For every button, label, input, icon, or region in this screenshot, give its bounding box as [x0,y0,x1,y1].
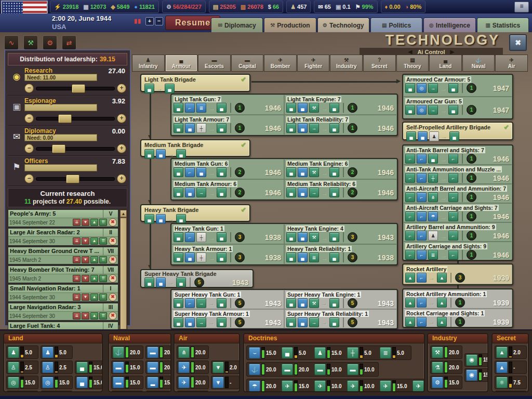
overview-chip[interactable]: ≣5.0 [380,347,409,358]
tech-armoured-car-armour-5[interactable]: Armoured Car Armour: 5▄◎→→▄11947 [403,75,512,97]
cancel-research-button[interactable]: ✖ [109,312,117,320]
tech-tab-secret[interactable]: ?Secret [363,55,396,72]
slider-minus-button[interactable]: − [24,174,34,183]
overview-chip[interactable]: ♟5.0 [41,345,73,359]
overview-chip[interactable]: ⌐15.0 [6,391,38,392]
priority-bottom-button[interactable]: ⇊ [73,237,81,245]
tech-medium-tank-reliability-6[interactable]: Medium Tank Reliability: 6▄▄→→▄21946 [284,179,397,200]
overview-chip[interactable]: ▬20.0 [282,364,311,375]
priority-bottom-button[interactable]: ⇊ [73,275,81,282]
radio-button[interactable]: ∿ [4,35,19,50]
slider-plus-button[interactable]: + [117,84,126,93]
priority-top-button[interactable]: ⇈ [99,312,107,320]
tech-anti-aircraft-barrel-and-ammunition-7[interactable]: Anti-Aircraft Barrel and Ammunition: 7⌐⌐… [403,184,512,203]
overview-chip[interactable]: ⚗20.0 [430,361,462,374]
tab-intelligence[interactable]: ◎Intelligence [423,18,475,32]
overview-chip[interactable]: ▬10.0 [347,364,376,375]
overview-chip[interactable]: ▼2.0 [211,361,240,374]
priority-down-button[interactable]: ▼ [82,237,89,245]
priority-bottom-button[interactable]: ⇊ [73,294,81,301]
overview-chip[interactable]: ✈10.0 [314,380,343,392]
scrollbar-thumb[interactable] [120,218,127,329]
overview-chip[interactable]: ♟15.0 [314,347,343,358]
slider-handle[interactable] [52,144,65,153]
tech-rocket-artillery[interactable]: Rocket Artillery▲⌐→▲31939 [403,264,512,284]
cancel-research-button[interactable]: ✖ [109,256,117,264]
slider-handle[interactable] [72,84,85,93]
overview-chip[interactable]: ◉15.0 [464,368,488,382]
priority-up-button[interactable]: ▲ [90,219,98,226]
tech-tab-industry[interactable]: ⚒Industry [330,55,363,72]
tech-light-tank-reliability-7[interactable]: Light Tank Reliability: 7▄▄→→▄11946 [284,115,397,135]
tech-heavy-tank-reliability-1[interactable]: Heavy Tank Reliability: 1▄▄≣→▄31938 [284,244,397,264]
brigade-light-tank-brigade[interactable]: Light Tank Brigade✔▄→▄ [140,74,250,92]
overview-chip[interactable]: ✈15.0 [282,380,311,392]
overview-chip[interactable]: ⚙15.0 [430,376,462,389]
tab-statistics[interactable]: ▥Statistics [477,18,529,32]
priority-top-button[interactable]: ⇈ [99,219,107,226]
cancel-research-button[interactable]: ✖ [109,237,117,245]
ai-control-prev-icon[interactable]: ◀ [408,49,413,55]
priority-up-button[interactable]: ▲ [90,237,98,245]
priority-down-button[interactable]: ▼ [82,294,89,301]
overview-chip[interactable]: ⌐15.0 [41,391,73,392]
priority-up-button[interactable]: ▲ [90,312,98,320]
tech-light-tank-gun-7[interactable]: Light Tank Gun: 7▄⌐≣→▄11946 [171,95,284,115]
priority-up-button[interactable]: ▲ [90,256,98,263]
tech-anti-tank-barrel-and-sights-7[interactable]: Anti-Tank Barrel and Sights: 7⌐⌐▄→⌐11946 [403,145,512,165]
overview-chip[interactable]: ♙2.5 [41,361,73,374]
tech-rocket-carriage-and-sights-1[interactable]: Rocket Carriage and Sights: 1▲⌐→▲11939 [403,309,512,328]
overview-chip[interactable]: ⌣15.0 [249,347,278,358]
tab-diplomacy[interactable]: ✉Diplomacy [211,18,263,32]
overview-chip[interactable]: ⚒20.0 [430,345,462,359]
tech-anti-aircraft-carriage-and-sights-7[interactable]: Anti-Aircraft Carriage and Sights: 7⌐⌐☂→… [403,203,512,222]
overview-chip[interactable]: ♙2.5 [6,361,38,374]
ledger-menu-button[interactable]: ≡ [514,2,529,12]
tech-heavy-tank-armour-1[interactable]: Heavy Tank Armour: 1▄▄┼→▄31938 [171,244,284,264]
priority-down-button[interactable]: ▼ [82,312,89,320]
trade-button[interactable]: ⇄ [62,35,76,50]
scroll-up-icon[interactable]: ▲ [120,210,127,217]
overview-chip[interactable]: ◎15.0 [41,376,73,389]
tech-super-heavy-tank-reliability-1[interactable]: Super Heavy Tank Reliability: 1▄▄→→▄5194… [284,309,397,328]
tech-anti-tank-ammunition-and-muzzle[interactable]: Anti-Tank Ammunition and Muzzle ...⌐⌐┼→⌐… [403,165,512,184]
tab-technology[interactable]: ⚙Technology [317,18,369,32]
speed-down-button[interactable]: − [155,17,163,25]
overview-chip[interactable]: ▂15.0 [145,391,171,392]
priority-up-button[interactable]: ▲ [90,275,98,282]
tech-tab-bomber[interactable]: ✈Bomber [264,55,297,72]
overview-chip[interactable]: ✈20.0 [177,361,209,374]
priority-top-button[interactable]: ⇈ [99,256,107,263]
overview-chip[interactable]: ✈10.0 [347,380,376,392]
cancel-research-button[interactable]: ✖ [109,218,117,227]
slider-minus-button[interactable]: − [24,114,34,123]
tech-tab-escorts[interactable]: ▬Escorts [198,55,231,72]
tech-tab-air[interactable]: ✈Air [495,55,528,72]
tech-super-heavy-tank-engine-1[interactable]: Super Heavy Tank Engine: 1▄▄⚒→▄51943 [284,290,397,309]
overview-chip[interactable]: ☂20.0 [249,380,278,392]
overview-chip[interactable]: ⚛7.5 [495,376,527,389]
overview-chip[interactable]: ▬15.0 [111,361,143,374]
priority-top-button[interactable]: ⇈ [99,237,107,245]
tech-medium-tank-armour-6[interactable]: Medium Tank Armour: 6▄▄→→▄21946 [171,179,284,200]
tab-politics[interactable]: ▤Politics [370,18,422,32]
overview-chip[interactable]: ▬15.0 [111,376,143,389]
ai-control-next-icon[interactable]: ▶ [450,49,455,55]
priority-down-button[interactable]: ▼ [82,219,89,226]
tech-artillery-barrel-and-ammunition-9[interactable]: Artillery Barrel and Ammunition: 9⌐⌐♟→⌐1… [403,222,512,242]
tech-super-heavy-tank-armour-1[interactable]: Super Heavy Tank Armour: 1▄▄→→▄51943 [171,309,284,328]
overview-chip[interactable]: ☢- [495,391,527,392]
priority-bottom-button[interactable]: ⇊ [73,312,81,320]
brigade-medium-tank-brigade[interactable]: Medium Tank Brigade✔▄▄→▄ [140,139,250,157]
overview-chip[interactable]: ✈20.0 [413,380,425,392]
cancel-research-button[interactable]: ✖ [109,293,117,301]
overview-chip[interactable]: ♟5.0 [6,345,38,359]
overview-chip[interactable]: ▄15.0 [75,376,103,389]
close-button[interactable]: ✖ [509,34,527,51]
brigade-self-propelled-artillery-brigade[interactable]: Self-Propelled Artillery Brigade✔▄▄♟→▄ [402,122,513,140]
tech-tab-capital[interactable]: ▬Capital [231,55,264,72]
slider-plus-button[interactable]: + [117,144,126,153]
overview-chip[interactable]: ▬20.0 [145,345,171,359]
tech-artillery-carriage-and-sights-9[interactable]: Artillery Carriage and Sights: 9⌐⌐≣→⌐119… [403,242,512,261]
overview-chip[interactable]: ✈20.0 [177,391,209,392]
